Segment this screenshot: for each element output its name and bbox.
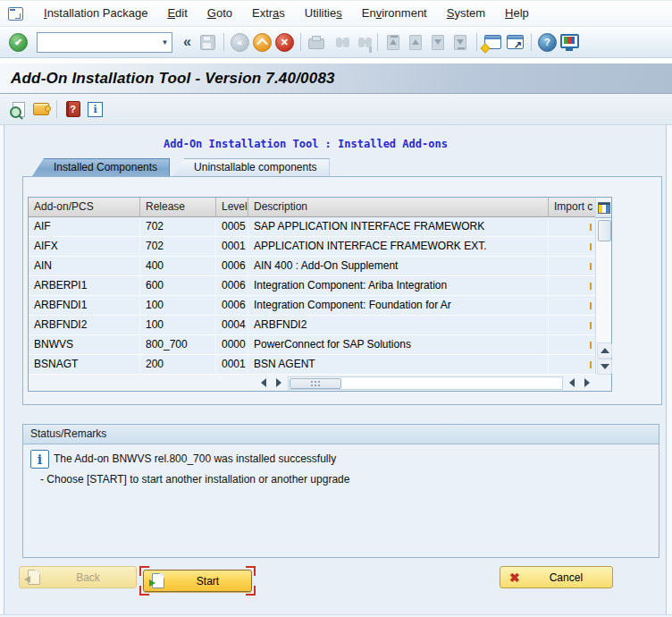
cell-description: SAP APPLICATION INTERFACE FRAMEWORK: [248, 217, 549, 237]
import-status-indicator: [590, 302, 592, 309]
column-header-description[interactable]: Description: [248, 198, 549, 217]
tab-installed-components[interactable]: Installed Components: [32, 158, 170, 176]
menu-item-utilities[interactable]: Utilities: [295, 1, 352, 26]
scroll-right-icon[interactable]: [272, 376, 286, 390]
cell-level: 0004: [216, 316, 248, 335]
horizontal-scrollbar-thumb[interactable]: [290, 378, 341, 389]
logs-icon[interactable]: [31, 100, 50, 119]
vertical-scrollbar-thumb[interactable]: [598, 220, 611, 241]
menu-bar: Installation PackageEditGotoExtrasUtilit…: [0, 0, 672, 27]
scroll-up-icon[interactable]: [597, 342, 612, 359]
enter-icon[interactable]: ✔: [9, 33, 28, 52]
column-header-level[interactable]: Level: [216, 198, 248, 217]
back-button-label: Back: [40, 571, 136, 584]
documentation-icon[interactable]: ?: [63, 100, 82, 119]
toolbar-separator: [377, 33, 378, 51]
table-row[interactable]: AIFX7020001APPLICATION INTERFACE FRAMEWO…: [29, 237, 595, 257]
import-status-indicator: [590, 283, 592, 290]
back-icon[interactable]: «: [231, 33, 249, 52]
command-input[interactable]: [38, 35, 158, 50]
toolbar-separator: [531, 33, 532, 51]
table-row[interactable]: ARBERPI16000006Integration Component: Ar…: [29, 276, 595, 296]
status-message: The Add-on BNWVS rel.800_700 was install…: [54, 452, 336, 465]
cell-addon: AIN: [29, 257, 140, 276]
cancel-icon[interactable]: ✕: [275, 33, 294, 52]
command-field[interactable]: ▼: [37, 32, 172, 53]
scroll-down-icon[interactable]: [597, 359, 612, 375]
cancel-button[interactable]: ✖ Cancel: [500, 566, 613, 588]
vertical-scrollbar[interactable]: [595, 198, 611, 375]
help-icon[interactable]: ?: [538, 33, 557, 52]
import-status-indicator: [590, 322, 592, 329]
info-icon: i: [30, 450, 49, 469]
column-header-release[interactable]: Release: [140, 198, 216, 217]
import-status-indicator: [590, 342, 592, 349]
last-page-icon[interactable]: [451, 33, 470, 52]
application-toolbar: ? i: [0, 94, 672, 125]
cell-addon: BNWVS: [29, 335, 140, 355]
horizontal-scrollbar[interactable]: [29, 375, 611, 391]
next-page-icon[interactable]: [429, 33, 448, 52]
table-row[interactable]: BSNAGT2000001BSN AGENT: [29, 355, 595, 375]
cancel-button-label: Cancel: [520, 571, 612, 584]
scroll-right-icon[interactable]: [580, 376, 594, 390]
cell-release: 600: [140, 276, 216, 296]
menu-item-goto[interactable]: Goto: [197, 1, 242, 26]
status-panel-body: i The Add-on BNWVS rel.800_700 was insta…: [23, 444, 659, 558]
collapse-toolbar-icon[interactable]: «: [183, 34, 191, 50]
start-button[interactable]: Start: [143, 570, 252, 592]
back-button[interactable]: Back: [19, 566, 137, 588]
table-row[interactable]: BNWVS800_7000000PowerConnect for SAP Sol…: [29, 335, 595, 355]
screen-title: Add-On Installation Tool : Installed Add…: [164, 138, 448, 150]
save-icon[interactable]: [198, 33, 217, 52]
customize-layout-icon[interactable]: [560, 33, 579, 52]
create-shortcut-icon[interactable]: ↗: [506, 33, 525, 52]
display-details-icon[interactable]: [9, 100, 28, 119]
table-settings-icon[interactable]: [596, 198, 611, 218]
tab-uninstallable-components[interactable]: Uninstallable components: [172, 158, 329, 176]
cell-description: AIN 400 : Add-On Supplement: [248, 257, 549, 276]
cell-description: APPLICATION INTERFACE FRAMEWORK EXT.: [248, 237, 549, 257]
column-header-import-c[interactable]: Import c: [549, 198, 595, 217]
system-menu-icon[interactable]: [8, 7, 23, 21]
table-row[interactable]: ARBFNDI21000004ARBFNDI2: [29, 316, 595, 335]
table-row[interactable]: AIF7020005SAP APPLICATION INTERFACE FRAM…: [29, 217, 595, 237]
exit-icon[interactable]: [253, 33, 272, 52]
table-header-row: Add-on/PCSReleaseLevelDescriptionImport …: [29, 198, 595, 217]
information-icon[interactable]: i: [86, 100, 105, 119]
cell-import-status: [549, 217, 595, 237]
import-status-indicator: [590, 243, 592, 250]
menu-item-edit[interactable]: Edit: [157, 1, 197, 26]
status-panel: Status/Remarks i The Add-on BNWVS rel.80…: [22, 424, 659, 558]
menu-item-installation-package[interactable]: Installation Package: [34, 1, 157, 26]
column-header-add-on-pcs[interactable]: Add-on/PCS: [29, 198, 140, 217]
import-status-indicator: [590, 361, 592, 368]
toolbar-separator: [300, 33, 301, 51]
import-status-indicator: [590, 224, 592, 231]
cell-release: 400: [140, 257, 216, 276]
menu-item-extras[interactable]: Extras: [242, 1, 295, 26]
first-page-icon[interactable]: [384, 33, 403, 52]
table-row[interactable]: ARBFNDI11000006Integration Component: Fo…: [29, 296, 595, 316]
toolbar-separator: [223, 33, 224, 51]
scroll-left-icon[interactable]: [256, 376, 271, 390]
horizontal-scrollbar-track[interactable]: [288, 376, 563, 390]
print-icon[interactable]: [307, 33, 326, 52]
new-session-icon[interactable]: [483, 33, 502, 52]
dropdown-arrow-icon[interactable]: ▼: [158, 38, 172, 46]
scroll-left-icon[interactable]: [565, 376, 579, 390]
title-bar: Add-On Installation Tool - Version 7.40/…: [0, 63, 672, 94]
previous-page-icon[interactable]: [407, 33, 425, 52]
find-icon[interactable]: [330, 33, 349, 52]
toolbar-separator: [476, 33, 477, 51]
table-row[interactable]: AIN4000006AIN 400 : Add-On Supplement: [29, 257, 595, 276]
menu-item-system[interactable]: System: [437, 1, 495, 26]
menu-item-help[interactable]: Help: [495, 1, 539, 26]
tab-strip: Installed ComponentsUninstallable compon…: [32, 158, 332, 176]
back-doc-icon: [28, 570, 40, 585]
cell-release: 702: [140, 217, 216, 237]
menu-item-environment[interactable]: Environment: [352, 1, 437, 26]
cell-level: 0000: [216, 335, 248, 355]
cell-addon: BSNAGT: [29, 355, 140, 375]
find-next-icon[interactable]: [352, 33, 371, 52]
